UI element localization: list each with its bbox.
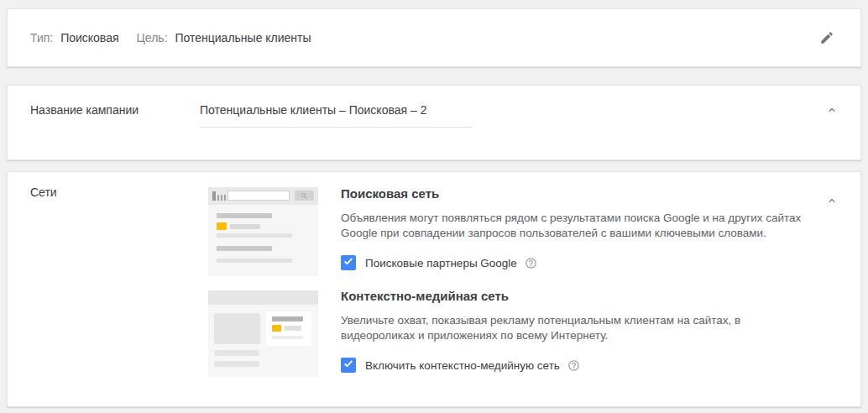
networks-section: Сети Поисковая сеть Объявления могут поя… (7, 171, 861, 407)
chevron-up-icon (826, 104, 838, 116)
campaign-goal: Цель: Потенциальные клиенты (137, 31, 311, 44)
checkmark-icon (342, 358, 354, 373)
display-network-block: Контекстно-медийная сеть Увеличьте охват… (341, 289, 752, 373)
search-network-block: Поисковая сеть Объявления могут появлять… (341, 186, 832, 270)
goal-value: Потенциальные клиенты (175, 31, 311, 44)
campaign-name-section: Название кампании Потенциальные клиенты … (7, 85, 861, 160)
search-partners-label: Поисковые партнеры Google (365, 257, 517, 269)
campaign-type: Тип: Поисковая (30, 31, 119, 44)
search-network-title: Поисковая сеть (341, 186, 832, 201)
display-network-title: Контекстно-медийная сеть (341, 289, 752, 303)
display-network-label: Включить контекстно-медийную сеть (365, 359, 560, 372)
help-icon[interactable] (525, 257, 537, 269)
type-label: Тип: (30, 31, 53, 44)
ad-badge (272, 325, 281, 332)
display-network-checkbox[interactable] (341, 358, 356, 373)
search-network-illustration (208, 187, 318, 276)
networks-label: Сети (30, 186, 57, 199)
search-box-placeholder (227, 191, 290, 201)
search-partners-checkbox[interactable] (341, 255, 356, 270)
illustration-searchbar (208, 187, 318, 205)
chevron-up-icon (826, 195, 838, 206)
goal-label: Цель: (137, 31, 168, 44)
illustration-header (208, 290, 318, 305)
ad-badge (217, 222, 227, 230)
display-network-description: Увеличьте охват, показывая рекламу потен… (341, 313, 752, 343)
pencil-icon (819, 30, 834, 45)
display-network-row: Включить контекстно-медийную сеть (341, 358, 752, 373)
edit-button[interactable] (813, 24, 840, 51)
search-button-placeholder (295, 191, 314, 201)
collapse-campaign-name-button[interactable] (820, 98, 844, 122)
campaign-name-value: Потенциальные клиенты – Поисковая – 2 (200, 102, 473, 118)
type-value: Поисковая (60, 31, 118, 44)
checkmark-icon (342, 255, 354, 270)
display-network-illustration (208, 290, 318, 377)
collapse-networks-button[interactable] (820, 189, 844, 212)
campaign-type-goal-bar: Тип: Поисковая Цель: Потенциальные клиен… (7, 8, 861, 67)
campaign-name-label: Название кампании (30, 103, 139, 117)
logo-placeholder (212, 191, 226, 201)
search-partners-row: Поисковые партнеры Google (341, 255, 832, 270)
campaign-name-input[interactable]: Потенциальные клиенты – Поисковая – 2 (200, 102, 473, 128)
input-underline (200, 127, 473, 128)
help-icon[interactable] (567, 359, 580, 372)
search-network-description: Объявления могут появляться рядом с резу… (341, 211, 832, 241)
magnifier-icon (301, 188, 308, 203)
